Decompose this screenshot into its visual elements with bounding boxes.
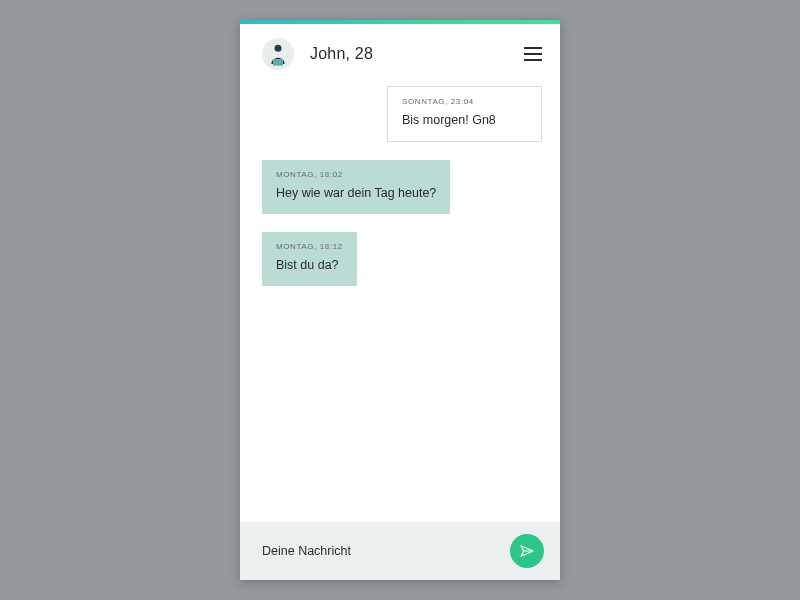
avatar[interactable] [262,38,294,70]
paper-plane-icon [519,543,535,559]
message-input[interactable] [262,544,498,558]
message-text: Bist du da? [276,257,343,274]
message-row: MONTAG, 18:02 Hey wie war dein Tag heute… [262,160,542,232]
chat-header: John, 28 [240,24,560,80]
message-text: Hey wie war dein Tag heute? [276,185,436,202]
message-composer [240,522,560,580]
message-timestamp: MONTAG, 18:02 [276,170,436,179]
person-icon [268,42,288,66]
message-list: SONNTAG, 23:04 Bis morgen! Gn8 MONTAG, 1… [240,80,560,522]
message-row: MONTAG, 18:12 Bist du da? [262,232,542,304]
incoming-message: SONNTAG, 23:04 Bis morgen! Gn8 [387,86,542,142]
outgoing-message: MONTAG, 18:02 Hey wie war dein Tag heute… [262,160,450,214]
message-timestamp: MONTAG, 18:12 [276,242,343,251]
message-timestamp: SONNTAG, 23:04 [402,97,527,106]
message-row: SONNTAG, 23:04 Bis morgen! Gn8 [262,86,542,160]
send-button[interactable] [510,534,544,568]
svg-point-0 [275,45,282,52]
hamburger-menu-icon[interactable] [524,47,542,61]
outgoing-message: MONTAG, 18:12 Bist du da? [262,232,357,286]
chat-screen: John, 28 SONNTAG, 23:04 Bis morgen! Gn8 … [240,20,560,580]
message-text: Bis morgen! Gn8 [402,112,527,129]
contact-name: John, 28 [310,45,373,63]
svg-rect-1 [273,59,283,66]
